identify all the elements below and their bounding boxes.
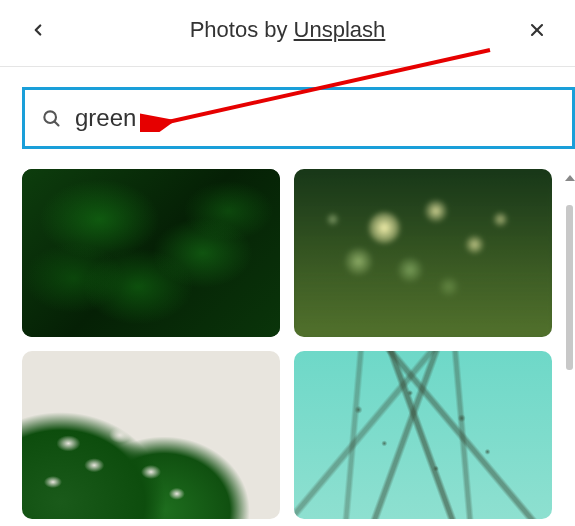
result-ferns[interactable] — [22, 169, 280, 337]
header: Photos by Unsplash — [0, 0, 575, 66]
result-teal-branches[interactable] — [294, 351, 552, 519]
close-button[interactable] — [519, 12, 555, 48]
header-title: Photos by Unsplash — [190, 17, 386, 43]
search-icon — [41, 108, 61, 128]
header-title-prefix: Photos by — [190, 17, 294, 42]
divider — [0, 66, 575, 67]
close-icon — [527, 20, 547, 40]
search-input[interactable] — [75, 104, 556, 132]
result-bokeh-grass[interactable] — [294, 169, 552, 337]
scrollbar-thumb[interactable] — [566, 205, 573, 370]
chevron-left-icon — [29, 21, 47, 39]
image-grid — [0, 149, 575, 519]
svg-line-3 — [55, 122, 59, 126]
search-container[interactable] — [22, 87, 575, 149]
scrollbar-up-arrow[interactable] — [565, 175, 575, 185]
result-monstera-leaf[interactable] — [22, 351, 280, 519]
provider-link[interactable]: Unsplash — [294, 17, 386, 42]
back-button[interactable] — [20, 12, 56, 48]
